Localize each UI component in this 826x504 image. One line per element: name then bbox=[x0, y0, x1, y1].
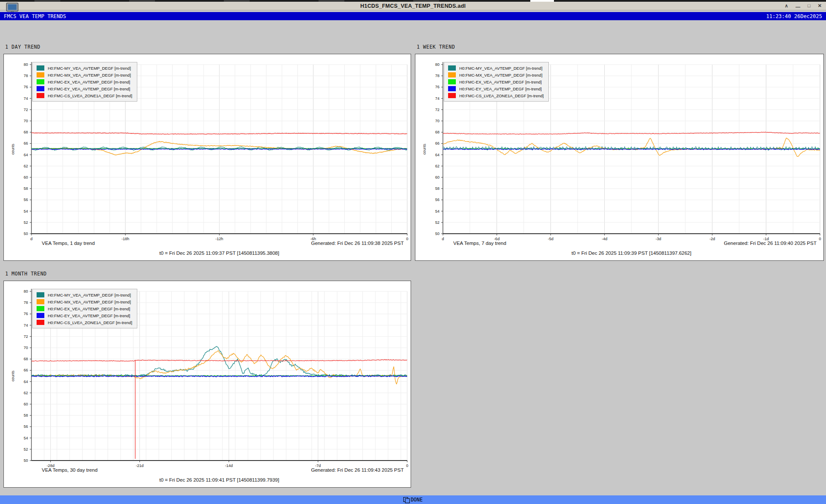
svg-text:66: 66 bbox=[435, 141, 439, 145]
svg-text:68: 68 bbox=[435, 130, 439, 134]
legend-label: H0:FMC-CS_LVEA_ZONE1A_DEGF [m-trend] bbox=[48, 320, 132, 325]
legend-swatch bbox=[37, 299, 44, 304]
svg-text:0: 0 bbox=[406, 464, 408, 468]
legend-swatch bbox=[37, 313, 44, 318]
legend-item: H0:FMC-EY_VEA_AVTEMP_DEGF [m-trend] bbox=[448, 86, 544, 91]
legend-swatch bbox=[37, 72, 44, 77]
svg-text:80: 80 bbox=[24, 62, 28, 67]
trend-panel-1week: 50525456586062646668707274767880d-6d-5d-… bbox=[415, 54, 824, 261]
header-title: FMCS VEA TEMP TRENDS bbox=[4, 13, 66, 19]
svg-text:70: 70 bbox=[24, 119, 28, 123]
t0-timestamp: t0 = Fri Dec 26 2025 11:09:37 PST [14508… bbox=[31, 250, 407, 256]
close-icon[interactable]: ✕ bbox=[818, 2, 822, 10]
legend-label: H0:FMC-EX_VEA_AVTEMP_DEGF [m-trend] bbox=[48, 306, 130, 311]
svg-text:56: 56 bbox=[24, 424, 28, 429]
legend-item: H0:FMC-EY_VEA_AVTEMP_DEGF [m-trend] bbox=[37, 86, 132, 91]
svg-text:66: 66 bbox=[24, 141, 28, 145]
svg-text:-12h: -12h bbox=[215, 237, 223, 241]
svg-text:-5d: -5d bbox=[548, 237, 554, 241]
svg-text:62: 62 bbox=[435, 164, 439, 168]
svg-text:-2d: -2d bbox=[709, 237, 715, 241]
legend-item: H0:FMC-EX_VEA_AVTEMP_DEGF [m-trend] bbox=[37, 79, 132, 84]
legend-item: H0:FMC-CS_LVEA_ZONE1A_DEGF [m-trend] bbox=[448, 93, 544, 98]
svg-text:62: 62 bbox=[24, 164, 28, 168]
legend-label: H0:FMC-EX_VEA_AVTEMP_DEGF [m-trend] bbox=[48, 80, 130, 84]
svg-text:70: 70 bbox=[435, 119, 439, 123]
minimize-icon[interactable]: — bbox=[795, 3, 800, 11]
t0-timestamp: t0 = Fri Dec 26 2025 11:09:41 PST [14508… bbox=[31, 477, 407, 482]
header-clock: 11:23:40 26Dec2025 bbox=[766, 13, 822, 19]
svg-text:50: 50 bbox=[24, 232, 28, 236]
legend-label: H0:FMC-MX_VEA_AVTEMP_DEGF [m-trend] bbox=[48, 300, 131, 304]
legend-swatch bbox=[448, 65, 456, 71]
svg-text:58: 58 bbox=[24, 413, 28, 417]
svg-text:76: 76 bbox=[24, 85, 28, 89]
section-heading-1day: 1 DAY TREND bbox=[5, 44, 40, 50]
svg-text:-21d: -21d bbox=[136, 464, 144, 468]
plot-caption: VEA Temps, 7 day trend bbox=[453, 241, 506, 246]
legend-swatch bbox=[37, 292, 44, 297]
svg-text:56: 56 bbox=[435, 198, 439, 202]
svg-text:-4d: -4d bbox=[602, 237, 607, 241]
medm-window: H1CDS_FMCS_VEA_TEMP_TRENDS.adl ∧ — □ ✕ F… bbox=[0, 0, 826, 504]
maximize-icon[interactable]: □ bbox=[807, 2, 811, 10]
legend-label: H0:FMC-MX_VEA_AVTEMP_DEGF [m-trend] bbox=[48, 73, 131, 77]
svg-text:64: 64 bbox=[24, 153, 28, 157]
series-MY bbox=[31, 346, 407, 377]
svg-text:68: 68 bbox=[24, 130, 28, 134]
svg-text:64: 64 bbox=[435, 153, 439, 157]
legend-label: H0:FMC-EY_VEA_AVTEMP_DEGF [m-trend] bbox=[48, 87, 130, 91]
legend-item: H0:FMC-MX_VEA_AVTEMP_DEGF [m-trend] bbox=[37, 299, 132, 304]
svg-text:60: 60 bbox=[24, 402, 28, 406]
legend-label: H0:FMC-CS_LVEA_ZONE1A_DEGF [m-trend] bbox=[48, 93, 132, 98]
legend-label: H0:FMC-EY_VEA_AVTEMP_DEGF [m-trend] bbox=[48, 313, 130, 318]
svg-text:-18h: -18h bbox=[121, 237, 129, 241]
svg-text:80: 80 bbox=[435, 62, 439, 67]
svg-text:76: 76 bbox=[435, 85, 439, 89]
svg-text:60: 60 bbox=[435, 175, 439, 179]
svg-text:78: 78 bbox=[435, 74, 439, 78]
legend-item: H0:FMC-MX_VEA_AVTEMP_DEGF [m-trend] bbox=[448, 72, 544, 77]
svg-text:58: 58 bbox=[435, 186, 439, 191]
legend-swatch bbox=[448, 86, 456, 91]
legend: H0:FMC-MY_VEA_AVTEMP_DEGF [m-trend]H0:FM… bbox=[32, 62, 137, 102]
svg-text:-14d: -14d bbox=[225, 464, 233, 468]
shade-icon[interactable]: ∧ bbox=[785, 2, 788, 10]
svg-text:52: 52 bbox=[24, 447, 28, 451]
y-axis-label: counts bbox=[422, 144, 427, 155]
legend-swatch bbox=[448, 79, 456, 84]
legend-swatch bbox=[448, 72, 456, 77]
svg-text:d: d bbox=[442, 237, 444, 241]
svg-text:66: 66 bbox=[24, 368, 28, 372]
svg-text:74: 74 bbox=[24, 323, 28, 328]
legend-swatch bbox=[37, 79, 44, 84]
y-axis-label: counts bbox=[11, 371, 15, 381]
legend-item: H0:FMC-EY_VEA_AVTEMP_DEGF [m-trend] bbox=[37, 313, 132, 318]
svg-text:58: 58 bbox=[24, 186, 28, 191]
svg-text:78: 78 bbox=[24, 300, 28, 305]
legend-label: H0:FMC-MX_VEA_AVTEMP_DEGF [m-trend] bbox=[459, 73, 542, 77]
legend-item: H0:FMC-MY_VEA_AVTEMP_DEGF [m-trend] bbox=[448, 65, 544, 71]
svg-text:72: 72 bbox=[435, 108, 439, 112]
svg-text:64: 64 bbox=[24, 380, 28, 384]
section-heading-1week: 1 WEEK TREND bbox=[417, 44, 455, 50]
svg-text:70: 70 bbox=[24, 346, 28, 350]
related-display-icon bbox=[403, 497, 409, 503]
section-heading-1month: 1 MONTH TREND bbox=[5, 271, 47, 277]
generated-timestamp: Generated: Fri Dec 26 11:09:40 2025 PST bbox=[724, 241, 817, 246]
series-MX bbox=[31, 351, 407, 384]
svg-text:74: 74 bbox=[24, 96, 28, 101]
done-button[interactable]: DONE bbox=[403, 497, 423, 503]
legend-label: H0:FMC-EX_VEA_AVTEMP_DEGF [m-trend] bbox=[459, 80, 541, 84]
svg-text:68: 68 bbox=[24, 357, 28, 361]
svg-text:60: 60 bbox=[24, 175, 28, 179]
svg-text:50: 50 bbox=[24, 458, 28, 463]
svg-text:d: d bbox=[30, 237, 32, 241]
plot-caption: VEA Temps, 30 day trend bbox=[42, 467, 98, 473]
series-CS bbox=[31, 359, 407, 361]
svg-text:50: 50 bbox=[435, 232, 439, 236]
svg-text:72: 72 bbox=[24, 334, 28, 339]
done-button-label: DONE bbox=[411, 497, 423, 503]
legend-item: H0:FMC-EX_VEA_AVTEMP_DEGF [m-trend] bbox=[37, 306, 132, 311]
generated-timestamp: Generated: Fri Dec 26 11:09:43 2025 PST bbox=[311, 467, 404, 473]
